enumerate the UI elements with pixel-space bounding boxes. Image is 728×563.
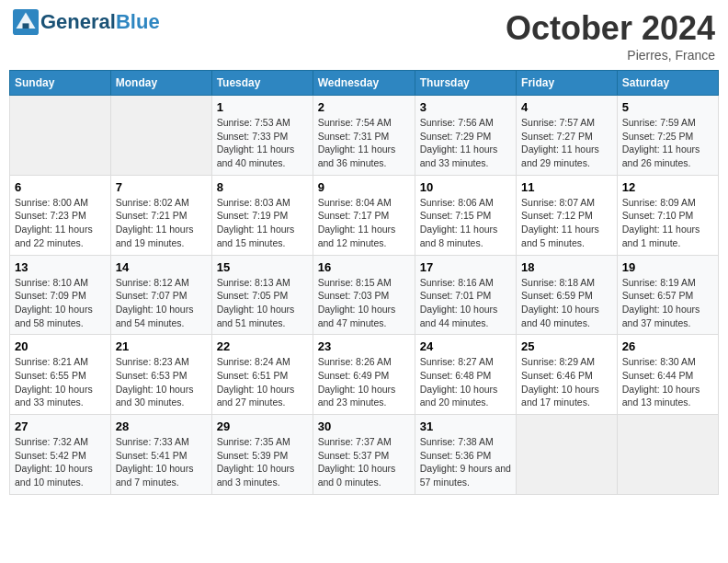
calendar-cell: 16Sunrise: 8:15 AM Sunset: 7:03 PM Dayli… [313,255,415,335]
day-info: Sunrise: 7:33 AM Sunset: 5:41 PM Dayligh… [116,435,207,489]
day-info: Sunrise: 8:19 AM Sunset: 6:57 PM Dayligh… [622,276,713,330]
calendar-week-1: 1Sunrise: 7:53 AM Sunset: 7:33 PM Daylig… [10,96,719,176]
day-info: Sunrise: 8:10 AM Sunset: 7:09 PM Dayligh… [15,276,106,330]
day-info: Sunrise: 8:18 AM Sunset: 6:59 PM Dayligh… [521,276,612,330]
day-info: Sunrise: 8:02 AM Sunset: 7:21 PM Dayligh… [116,196,207,250]
day-number: 14 [116,260,207,274]
day-info: Sunrise: 8:09 AM Sunset: 7:10 PM Dayligh… [622,196,713,250]
day-number: 31 [420,419,511,433]
logo-icon [13,9,39,35]
calendar-cell: 18Sunrise: 8:18 AM Sunset: 6:59 PM Dayli… [517,255,618,335]
day-info: Sunrise: 8:07 AM Sunset: 7:12 PM Dayligh… [521,196,612,250]
calendar-cell: 29Sunrise: 7:35 AM Sunset: 5:39 PM Dayli… [211,415,313,495]
day-info: Sunrise: 8:24 AM Sunset: 6:51 PM Dayligh… [217,355,308,409]
day-info: Sunrise: 7:35 AM Sunset: 5:39 PM Dayligh… [217,435,308,489]
day-number: 21 [116,339,207,353]
calendar-cell: 12Sunrise: 8:09 AM Sunset: 7:10 PM Dayli… [617,175,718,255]
calendar-cell: 15Sunrise: 8:13 AM Sunset: 7:05 PM Dayli… [211,255,313,335]
day-info: Sunrise: 7:59 AM Sunset: 7:25 PM Dayligh… [622,116,713,170]
calendar-cell: 19Sunrise: 8:19 AM Sunset: 6:57 PM Dayli… [617,255,718,335]
calendar-table: Sunday Monday Tuesday Wednesday Thursday… [9,70,719,495]
col-tuesday: Tuesday [211,71,313,96]
calendar-cell [517,415,618,495]
day-number: 11 [521,180,612,194]
day-number: 1 [217,100,308,114]
day-number: 10 [420,180,511,194]
calendar-cell: 30Sunrise: 7:37 AM Sunset: 5:37 PM Dayli… [313,415,415,495]
day-info: Sunrise: 7:56 AM Sunset: 7:29 PM Dayligh… [420,116,511,170]
calendar-cell: 9Sunrise: 8:04 AM Sunset: 7:17 PM Daylig… [313,175,415,255]
calendar-cell: 8Sunrise: 8:03 AM Sunset: 7:19 PM Daylig… [211,175,313,255]
calendar-cell [110,96,211,176]
day-info: Sunrise: 7:38 AM Sunset: 5:36 PM Dayligh… [420,435,511,489]
calendar-cell [10,96,111,176]
day-info: Sunrise: 8:06 AM Sunset: 7:15 PM Dayligh… [420,196,511,250]
calendar-body: 1Sunrise: 7:53 AM Sunset: 7:33 PM Daylig… [10,96,719,495]
day-number: 2 [318,100,410,114]
day-number: 29 [217,419,308,433]
calendar-cell: 22Sunrise: 8:24 AM Sunset: 6:51 PM Dayli… [211,335,313,415]
day-info: Sunrise: 7:54 AM Sunset: 7:31 PM Dayligh… [318,116,410,170]
day-number: 4 [521,100,612,114]
calendar-cell: 28Sunrise: 7:33 AM Sunset: 5:41 PM Dayli… [110,415,211,495]
day-number: 28 [116,419,207,433]
day-number: 17 [420,260,511,274]
page-header: GeneralBlue October 2024 Pierres, France [9,9,719,63]
day-number: 6 [15,180,106,194]
day-number: 12 [622,180,713,194]
day-info: Sunrise: 8:15 AM Sunset: 7:03 PM Dayligh… [318,276,410,330]
day-info: Sunrise: 7:37 AM Sunset: 5:37 PM Dayligh… [318,435,410,489]
col-saturday: Saturday [617,71,718,96]
calendar-cell [617,415,718,495]
month-title: October 2024 [506,9,715,48]
day-number: 18 [521,260,612,274]
day-info: Sunrise: 7:57 AM Sunset: 7:27 PM Dayligh… [521,116,612,170]
calendar-cell: 7Sunrise: 8:02 AM Sunset: 7:21 PM Daylig… [110,175,211,255]
day-number: 19 [622,260,713,274]
day-number: 23 [318,339,410,353]
calendar-cell: 11Sunrise: 8:07 AM Sunset: 7:12 PM Dayli… [517,175,618,255]
title-block: October 2024 Pierres, France [506,9,715,63]
header-row: Sunday Monday Tuesday Wednesday Thursday… [10,71,719,96]
calendar-cell: 5Sunrise: 7:59 AM Sunset: 7:25 PM Daylig… [617,96,718,176]
day-number: 20 [15,339,106,353]
day-number: 8 [217,180,308,194]
day-number: 7 [116,180,207,194]
day-number: 27 [15,419,106,433]
day-info: Sunrise: 8:13 AM Sunset: 7:05 PM Dayligh… [217,276,308,330]
day-number: 3 [420,100,511,114]
day-number: 25 [521,339,612,353]
logo: GeneralBlue [13,9,160,35]
calendar-cell: 17Sunrise: 8:16 AM Sunset: 7:01 PM Dayli… [415,255,516,335]
col-thursday: Thursday [415,71,516,96]
col-wednesday: Wednesday [313,71,415,96]
calendar-week-3: 13Sunrise: 8:10 AM Sunset: 7:09 PM Dayli… [10,255,719,335]
col-sunday: Sunday [10,71,111,96]
calendar-week-2: 6Sunrise: 8:00 AM Sunset: 7:23 PM Daylig… [10,175,719,255]
calendar-cell: 4Sunrise: 7:57 AM Sunset: 7:27 PM Daylig… [517,96,618,176]
calendar-cell: 14Sunrise: 8:12 AM Sunset: 7:07 PM Dayli… [110,255,211,335]
day-info: Sunrise: 8:12 AM Sunset: 7:07 PM Dayligh… [116,276,207,330]
day-number: 13 [15,260,106,274]
day-number: 22 [217,339,308,353]
calendar-cell: 3Sunrise: 7:56 AM Sunset: 7:29 PM Daylig… [415,96,516,176]
day-info: Sunrise: 8:21 AM Sunset: 6:55 PM Dayligh… [15,355,106,409]
calendar-cell: 26Sunrise: 8:30 AM Sunset: 6:44 PM Dayli… [617,335,718,415]
calendar-cell: 25Sunrise: 8:29 AM Sunset: 6:46 PM Dayli… [517,335,618,415]
calendar-cell: 2Sunrise: 7:54 AM Sunset: 7:31 PM Daylig… [313,96,415,176]
col-monday: Monday [110,71,211,96]
calendar-cell: 13Sunrise: 8:10 AM Sunset: 7:09 PM Dayli… [10,255,111,335]
day-info: Sunrise: 8:27 AM Sunset: 6:48 PM Dayligh… [420,355,511,409]
day-info: Sunrise: 8:00 AM Sunset: 7:23 PM Dayligh… [15,196,106,250]
calendar-cell: 20Sunrise: 8:21 AM Sunset: 6:55 PM Dayli… [10,335,111,415]
day-info: Sunrise: 8:16 AM Sunset: 7:01 PM Dayligh… [420,276,511,330]
day-info: Sunrise: 8:23 AM Sunset: 6:53 PM Dayligh… [116,355,207,409]
day-info: Sunrise: 8:30 AM Sunset: 6:44 PM Dayligh… [622,355,713,409]
logo-general: General [40,10,116,33]
calendar-cell: 1Sunrise: 7:53 AM Sunset: 7:33 PM Daylig… [211,96,313,176]
day-info: Sunrise: 7:53 AM Sunset: 7:33 PM Dayligh… [217,116,308,170]
calendar-cell: 21Sunrise: 8:23 AM Sunset: 6:53 PM Dayli… [110,335,211,415]
location: Pierres, France [506,48,715,63]
calendar-week-5: 27Sunrise: 7:32 AM Sunset: 5:42 PM Dayli… [10,415,719,495]
day-info: Sunrise: 8:26 AM Sunset: 6:49 PM Dayligh… [318,355,410,409]
